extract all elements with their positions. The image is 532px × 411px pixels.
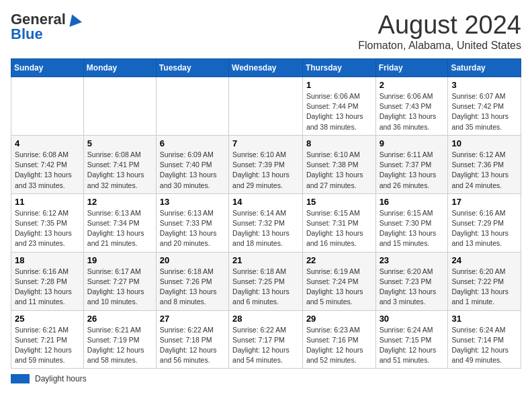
logo: General Blue: [11, 11, 81, 43]
cell-info: Sunrise: 6:14 AM Sunset: 7:32 PM Dayligh…: [232, 208, 299, 249]
cell-info: Sunrise: 6:07 AM Sunset: 7:42 PM Dayligh…: [451, 91, 517, 132]
day-number: 2: [380, 80, 445, 90]
calendar-cell: 16Sunrise: 6:15 AM Sunset: 7:30 PM Dayli…: [375, 193, 448, 252]
cell-info: Sunrise: 6:10 AM Sunset: 7:39 PM Dayligh…: [232, 150, 299, 191]
legend-color-box: [11, 374, 30, 383]
day-number: 29: [306, 314, 372, 324]
cell-info: Sunrise: 6:22 AM Sunset: 7:18 PM Dayligh…: [160, 325, 225, 366]
title-block: August 2024 Flomaton, Alabama, United St…: [358, 11, 521, 52]
weekday-header-tuesday: Tuesday: [156, 59, 228, 77]
cell-info: Sunrise: 6:20 AM Sunset: 7:23 PM Dayligh…: [380, 267, 445, 308]
calendar-cell: 25Sunrise: 6:21 AM Sunset: 7:21 PM Dayli…: [11, 310, 84, 369]
page-title: August 2024: [358, 11, 521, 40]
weekday-header-friday: Friday: [375, 59, 448, 77]
calendar-cell: 18Sunrise: 6:16 AM Sunset: 7:28 PM Dayli…: [11, 252, 84, 310]
cell-info: Sunrise: 6:16 AM Sunset: 7:29 PM Dayligh…: [451, 208, 517, 249]
day-number: 4: [15, 138, 80, 148]
day-number: 20: [160, 255, 225, 265]
cell-info: Sunrise: 6:12 AM Sunset: 7:35 PM Dayligh…: [15, 208, 80, 249]
day-number: 10: [451, 138, 517, 148]
day-number: 27: [160, 314, 225, 324]
weekday-header-thursday: Thursday: [302, 59, 375, 77]
day-number: 24: [451, 255, 517, 265]
day-number: 23: [380, 255, 445, 265]
cell-info: Sunrise: 6:16 AM Sunset: 7:28 PM Dayligh…: [15, 267, 80, 308]
day-number: 16: [380, 197, 445, 207]
day-number: 19: [87, 255, 152, 265]
day-number: 22: [306, 255, 372, 265]
cell-info: Sunrise: 6:15 AM Sunset: 7:30 PM Dayligh…: [380, 208, 445, 249]
day-number: 26: [87, 314, 152, 324]
day-number: 8: [306, 138, 372, 148]
calendar-cell: 12Sunrise: 6:13 AM Sunset: 7:34 PM Dayli…: [83, 193, 156, 252]
calendar-cell: 19Sunrise: 6:17 AM Sunset: 7:27 PM Dayli…: [83, 252, 156, 310]
cell-info: Sunrise: 6:09 AM Sunset: 7:40 PM Dayligh…: [160, 150, 225, 191]
day-number: 30: [380, 314, 445, 324]
day-number: 7: [232, 138, 299, 148]
day-number: 28: [232, 314, 299, 324]
cell-info: Sunrise: 6:24 AM Sunset: 7:15 PM Dayligh…: [380, 325, 445, 366]
calendar-cell: 2Sunrise: 6:06 AM Sunset: 7:43 PM Daylig…: [375, 77, 448, 136]
calendar-table: SundayMondayTuesdayWednesdayThursdayFrid…: [11, 58, 521, 369]
cell-info: Sunrise: 6:08 AM Sunset: 7:42 PM Dayligh…: [15, 150, 80, 191]
cell-info: Sunrise: 6:10 AM Sunset: 7:38 PM Dayligh…: [306, 150, 372, 191]
day-number: 9: [380, 138, 445, 148]
cell-info: Sunrise: 6:12 AM Sunset: 7:36 PM Dayligh…: [451, 150, 517, 191]
calendar-cell: [156, 77, 228, 136]
calendar-cell: 26Sunrise: 6:21 AM Sunset: 7:19 PM Dayli…: [83, 310, 156, 369]
day-number: 13: [160, 197, 225, 207]
day-number: 25: [15, 314, 80, 324]
calendar-cell: 17Sunrise: 6:16 AM Sunset: 7:29 PM Dayli…: [448, 193, 521, 252]
calendar-cell: 10Sunrise: 6:12 AM Sunset: 7:36 PM Dayli…: [448, 135, 521, 193]
calendar-cell: [83, 77, 156, 136]
day-number: 18: [15, 255, 80, 265]
weekday-header-sunday: Sunday: [11, 59, 84, 77]
cell-info: Sunrise: 6:19 AM Sunset: 7:24 PM Dayligh…: [306, 267, 372, 308]
day-number: 31: [451, 314, 517, 324]
calendar-cell: 28Sunrise: 6:22 AM Sunset: 7:17 PM Dayli…: [229, 310, 303, 369]
cell-info: Sunrise: 6:18 AM Sunset: 7:25 PM Dayligh…: [232, 267, 299, 308]
calendar-cell: 4Sunrise: 6:08 AM Sunset: 7:42 PM Daylig…: [11, 135, 84, 193]
calendar-cell: 9Sunrise: 6:11 AM Sunset: 7:37 PM Daylig…: [375, 135, 448, 193]
day-number: 5: [87, 138, 152, 148]
day-number: 21: [232, 255, 299, 265]
page-header: General Blue August 2024 Flomaton, Alaba…: [11, 11, 521, 52]
calendar-cell: 13Sunrise: 6:13 AM Sunset: 7:33 PM Dayli…: [156, 193, 228, 252]
calendar-cell: 11Sunrise: 6:12 AM Sunset: 7:35 PM Dayli…: [11, 193, 84, 252]
calendar-cell: 21Sunrise: 6:18 AM Sunset: 7:25 PM Dayli…: [229, 252, 303, 310]
page-subtitle: Flomaton, Alabama, United States: [358, 40, 521, 52]
day-number: 6: [160, 138, 225, 148]
day-number: 15: [306, 197, 372, 207]
day-number: 12: [87, 197, 152, 207]
cell-info: Sunrise: 6:13 AM Sunset: 7:33 PM Dayligh…: [160, 208, 225, 249]
weekday-header-wednesday: Wednesday: [229, 59, 303, 77]
calendar-cell: 24Sunrise: 6:20 AM Sunset: 7:22 PM Dayli…: [448, 252, 521, 310]
calendar-cell: 15Sunrise: 6:15 AM Sunset: 7:31 PM Dayli…: [302, 193, 375, 252]
day-number: 1: [306, 80, 372, 90]
legend-label: Daylight hours: [35, 374, 87, 383]
calendar-cell: 5Sunrise: 6:08 AM Sunset: 7:41 PM Daylig…: [83, 135, 156, 193]
calendar-cell: 8Sunrise: 6:10 AM Sunset: 7:38 PM Daylig…: [302, 135, 375, 193]
day-number: 17: [451, 197, 517, 207]
cell-info: Sunrise: 6:21 AM Sunset: 7:19 PM Dayligh…: [87, 325, 152, 366]
calendar-cell: 31Sunrise: 6:24 AM Sunset: 7:14 PM Dayli…: [448, 310, 521, 369]
day-number: 14: [232, 197, 299, 207]
weekday-header-saturday: Saturday: [448, 59, 521, 77]
cell-info: Sunrise: 6:18 AM Sunset: 7:26 PM Dayligh…: [160, 267, 225, 308]
weekday-header-monday: Monday: [83, 59, 156, 77]
cell-info: Sunrise: 6:08 AM Sunset: 7:41 PM Dayligh…: [87, 150, 152, 191]
day-number: 3: [451, 80, 517, 90]
calendar-cell: 23Sunrise: 6:20 AM Sunset: 7:23 PM Dayli…: [375, 252, 448, 310]
calendar-cell: 1Sunrise: 6:06 AM Sunset: 7:44 PM Daylig…: [302, 77, 375, 136]
legend: Daylight hours: [11, 374, 521, 383]
calendar-cell: [229, 77, 303, 136]
calendar-cell: 29Sunrise: 6:23 AM Sunset: 7:16 PM Dayli…: [302, 310, 375, 369]
cell-info: Sunrise: 6:23 AM Sunset: 7:16 PM Dayligh…: [306, 325, 372, 366]
cell-info: Sunrise: 6:21 AM Sunset: 7:21 PM Dayligh…: [15, 325, 80, 366]
calendar-cell: [11, 77, 84, 136]
calendar-cell: 27Sunrise: 6:22 AM Sunset: 7:18 PM Dayli…: [156, 310, 228, 369]
day-number: 11: [15, 197, 80, 207]
calendar-cell: 7Sunrise: 6:10 AM Sunset: 7:39 PM Daylig…: [229, 135, 303, 193]
cell-info: Sunrise: 6:13 AM Sunset: 7:34 PM Dayligh…: [87, 208, 152, 249]
cell-info: Sunrise: 6:11 AM Sunset: 7:37 PM Dayligh…: [380, 150, 445, 191]
